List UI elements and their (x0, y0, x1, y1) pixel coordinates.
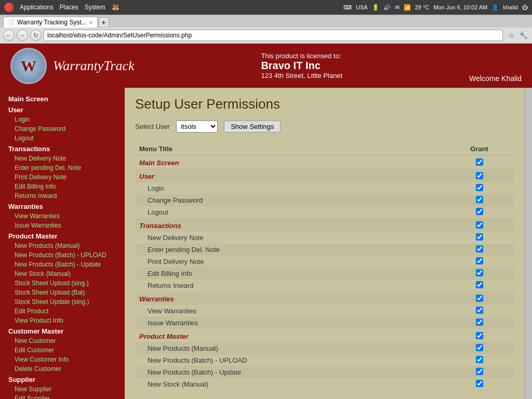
grant-checkbox[interactable] (476, 368, 483, 375)
table-row: Edit Billing Info (135, 268, 514, 280)
grant-checkbox[interactable] (476, 295, 483, 302)
table-row: User (135, 169, 514, 182)
sidebar-link-edit-billing-info[interactable]: Edit Billing Info (0, 182, 125, 191)
os-locale: USA (356, 4, 368, 10)
grant-checkbox[interactable] (476, 221, 483, 229)
grant-cell (444, 155, 514, 169)
sidebar-link-logout[interactable]: Logout (0, 134, 125, 143)
forward-button[interactable]: → (17, 30, 28, 41)
bookmark-icon[interactable]: ☆ (507, 30, 516, 41)
os-system[interactable]: System (85, 4, 105, 11)
table-row: Print Delivery Note (135, 256, 514, 268)
grant-checkbox[interactable] (476, 196, 483, 203)
sidebar-link-new-products-manual[interactable]: New Products (Manual) (0, 241, 125, 250)
section-label: Warranties (135, 291, 444, 305)
select-user-label: Select User (135, 123, 170, 130)
address-bar[interactable] (44, 30, 503, 41)
sidebar-link-new-delivery-note[interactable]: New Delivery Note (0, 154, 125, 163)
wrench-icon[interactable]: 🔧 (518, 30, 529, 41)
sidebar-link-stock-sheet-update-sing[interactable]: Stock Sheet Update (sing.) (0, 297, 125, 307)
grant-header: Grant (444, 143, 514, 155)
sidebar-link-delete-customer[interactable]: Delete Customer (0, 364, 125, 374)
grant-checkbox[interactable] (476, 307, 483, 314)
tab-close-btn[interactable]: ✕ (89, 20, 93, 25)
os-bar-right: ⌨ USA 🔋 🔊 ✉ 📶 29 °C Mon Jun 6, 10:02 AM … (343, 4, 528, 11)
sidebar-link-stock-sheet-upload-bat[interactable]: Stock Sheet Upload (Bat) (0, 288, 125, 297)
grant-checkbox[interactable] (476, 158, 483, 166)
os-wifi-icon: 📶 (404, 4, 411, 11)
grant-cell (444, 342, 514, 354)
permissions-table: Menu Title Grant Main Screen User (135, 143, 514, 390)
sidebar-link-edit-customer[interactable]: Edit Customer (0, 345, 125, 355)
os-places[interactable]: Places (60, 4, 78, 11)
os-datetime: Mon Jun 6, 10:02 AM (433, 4, 487, 10)
menu-item-label: New Delivery Note (135, 232, 444, 244)
new-tab-button[interactable]: + (99, 17, 109, 28)
sidebar-section-warranties: Warranties (0, 201, 125, 211)
logo-circle: W (10, 48, 47, 84)
grant-checkbox[interactable] (476, 208, 483, 215)
sidebar-link-new-products-batch-update[interactable]: New Products (Batch) - Update (0, 260, 125, 269)
grant-checkbox[interactable] (476, 332, 483, 339)
os-mail-icon: ✉ (395, 4, 400, 11)
grant-checkbox[interactable] (476, 257, 483, 264)
grant-cell (444, 244, 514, 256)
table-row: New Products (Batch) - UPLOAD (135, 354, 514, 366)
grant-cell (444, 206, 514, 218)
sidebar-link-edit-supplier[interactable]: Edit Supplier (0, 394, 125, 399)
sidebar-link-change-password[interactable]: Change Password (0, 124, 125, 134)
section-label: User (135, 169, 444, 182)
grant-checkbox[interactable] (476, 281, 483, 288)
grant-checkbox[interactable] (476, 356, 483, 363)
sidebar-link-new-stock-manual[interactable]: New Stock (Manual) (0, 269, 125, 278)
table-row: Warranties (135, 291, 514, 305)
grant-cell (444, 218, 514, 232)
grant-cell (444, 291, 514, 305)
grant-checkbox[interactable] (476, 184, 483, 191)
show-settings-button[interactable]: Show Settings (224, 121, 281, 132)
os-battery-icon: 🔋 (372, 4, 379, 11)
sidebar-section-supplier: Supplier (0, 374, 125, 384)
table-row: Login (135, 182, 514, 194)
os-applications[interactable]: Applications (20, 4, 54, 11)
tab-bar: 📄 Warranty Tracking Syst... ✕ + (0, 15, 532, 28)
sidebar-link-view-customer-info[interactable]: View Customer Info (0, 355, 125, 364)
sidebar-section-user: User (0, 104, 125, 115)
company-address: 123 4th Street, Little Planet (261, 72, 342, 79)
menu-item-label: Returns Inward (135, 280, 444, 291)
os-keyboard-icon: ⌨ (343, 4, 352, 11)
sidebar-link-login[interactable]: Login (0, 115, 125, 124)
sidebar-link-print-delivery-note[interactable]: Print Delivery Note (0, 172, 125, 182)
grant-checkbox[interactable] (476, 172, 483, 179)
table-row: New Products (Batch) - Update (135, 366, 514, 378)
sidebar-link-issue-warranties[interactable]: Issue Warranties (0, 221, 125, 230)
sidebar-link-enter-pending[interactable]: Enter pending Del. Note (0, 163, 125, 172)
grant-checkbox[interactable] (476, 344, 483, 351)
sidebar-link-new-customer[interactable]: New Customer (0, 336, 125, 345)
sidebar-link-new-supplier[interactable]: New Supplier (0, 384, 125, 394)
grant-checkbox[interactable] (476, 269, 483, 276)
browser-tab-active[interactable]: 📄 Warranty Tracking Syst... ✕ (3, 17, 98, 28)
sidebar-main-screen[interactable]: Main Screen (0, 93, 125, 104)
permissions-table-body: Main Screen User Login Change Password (135, 155, 514, 391)
grant-cell (444, 329, 514, 342)
tab-title: Warranty Tracking Syst... (17, 19, 87, 26)
sidebar-link-edit-product[interactable]: Edit Product (0, 307, 125, 316)
sidebar-link-stock-sheet-upload-sing[interactable]: Stock Sheet Upload (sing.) (0, 278, 125, 288)
grant-checkbox[interactable] (476, 245, 483, 252)
menu-item-label: Edit Billing Info (135, 268, 444, 280)
grant-cell (444, 256, 514, 268)
refresh-button[interactable]: ↻ (30, 30, 42, 41)
grant-cell (444, 305, 514, 317)
sidebar-link-new-products-batch-upload[interactable]: New Products (Batch) - UPLOAD (0, 250, 125, 260)
grant-checkbox[interactable] (476, 318, 483, 326)
grant-checkbox[interactable] (476, 380, 483, 387)
grant-checkbox[interactable] (476, 233, 483, 241)
sidebar-link-view-product-info[interactable]: View Product Info (0, 316, 125, 325)
user-select-dropdown[interactable]: itsols (176, 121, 218, 132)
sidebar-link-returns-inward[interactable]: Returns Inward (0, 191, 125, 201)
menu-item-label: New Products (Manual) (135, 342, 444, 354)
sidebar-link-view-warranties[interactable]: View Warranties (0, 211, 125, 221)
back-button[interactable]: ← (3, 30, 15, 41)
scrollbar-track[interactable] (525, 88, 532, 399)
